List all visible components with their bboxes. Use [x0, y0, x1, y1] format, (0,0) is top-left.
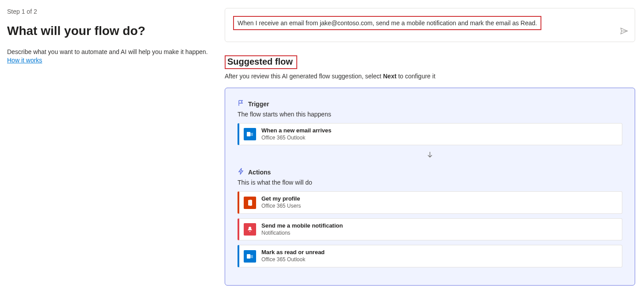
- description-text: Describe what you want to automate and A…: [7, 48, 210, 57]
- send-icon[interactable]: [620, 27, 629, 35]
- trigger-card-title: When a new email arrives: [261, 127, 331, 135]
- action-card-title: Get my profile: [261, 195, 301, 203]
- how-it-works-link[interactable]: How it works: [7, 57, 42, 64]
- action-card-title: Mark as read or unread: [261, 249, 325, 256]
- actions-subtitle: This is what the flow will do: [238, 179, 622, 186]
- actions-section-header: Actions: [238, 168, 622, 176]
- trigger-card-subtitle: Office 365 Outlook: [261, 135, 331, 142]
- trigger-subtitle: The flow starts when this happens: [238, 111, 622, 118]
- arrow-down-icon: [238, 151, 622, 160]
- flag-icon: [238, 100, 245, 108]
- svg-rect-1: [247, 132, 250, 136]
- trigger-label: Trigger: [248, 101, 269, 108]
- suggested-flow-heading: Suggested flow: [227, 57, 293, 66]
- trigger-section-header: Trigger: [238, 100, 622, 108]
- prompt-text: When I receive an email from jake@contos…: [233, 16, 541, 30]
- review-instruction: After you review this AI generated flow …: [225, 73, 635, 80]
- action-card-subtitle: Office 365 Users: [261, 203, 301, 210]
- page-title: What will your flow do?: [7, 24, 210, 38]
- actions-label: Actions: [248, 169, 271, 176]
- outlook-icon: [244, 128, 256, 140]
- svg-rect-2: [250, 133, 253, 136]
- intro-panel: Step 1 of 2 What will your flow do? Desc…: [0, 0, 217, 290]
- suggested-flow-heading-box: Suggested flow: [225, 55, 297, 69]
- action-card-mark-read[interactable]: Mark as read or unread Office 365 Outloo…: [238, 245, 622, 267]
- review-pre: After you review this AI generated flow …: [225, 73, 383, 80]
- office-icon: [244, 197, 256, 209]
- main-panel: When I receive an email from jake@contos…: [217, 0, 644, 290]
- review-bold: Next: [383, 73, 396, 80]
- step-label: Step 1 of 2: [7, 8, 210, 15]
- action-card-subtitle: Office 365 Outlook: [261, 256, 325, 263]
- lightning-icon: [238, 168, 245, 176]
- trigger-card[interactable]: When a new email arrives Office 365 Outl…: [238, 123, 622, 145]
- action-card-notification[interactable]: Send me a mobile notification Notificati…: [238, 218, 622, 240]
- bell-icon: [244, 223, 256, 236]
- action-card-profile[interactable]: Get my profile Office 365 Users: [238, 191, 622, 213]
- flow-diagram-panel: Trigger The flow starts when this happen…: [225, 88, 635, 286]
- svg-rect-5: [250, 255, 253, 258]
- svg-rect-4: [247, 254, 250, 259]
- outlook-icon: [244, 250, 256, 263]
- review-post: to configure it: [396, 73, 435, 80]
- action-card-title: Send me a mobile notification: [261, 222, 343, 230]
- prompt-input-box[interactable]: When I receive an email from jake@contos…: [225, 8, 635, 42]
- action-card-subtitle: Notifications: [261, 230, 343, 237]
